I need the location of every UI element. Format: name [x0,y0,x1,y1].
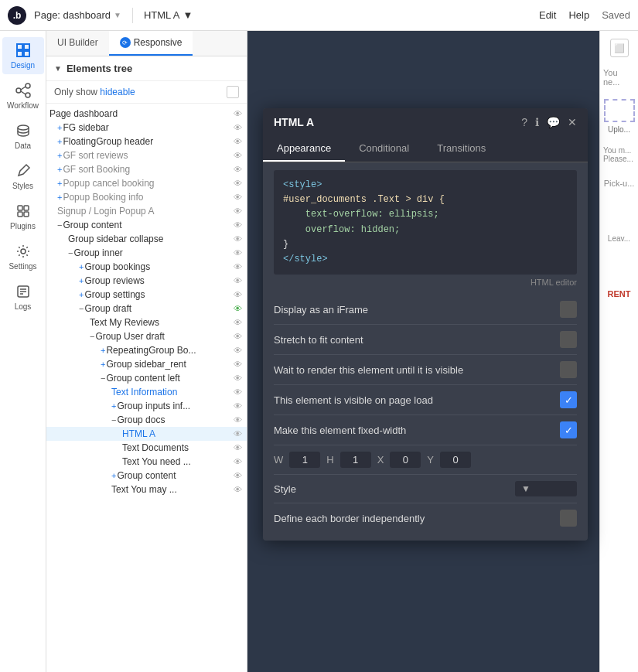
design-label: Design [11,61,35,70]
workflow-icon [15,82,32,99]
border-checkbox[interactable] [560,510,577,527]
y-value[interactable]: 0 [440,452,471,468]
svg-rect-0 [17,44,22,49]
tree-item-floating-group-header[interactable]: + FloatingGroup header 👁 [46,135,247,148]
tree-item-text-my-reviews[interactable]: Text My Reviews 👁 [46,316,247,329]
tab-conditional[interactable]: Conditional [345,136,423,162]
sidebar-item-design[interactable]: Design [2,37,44,74]
visible-page-load-checkbox[interactable]: ✓ [560,391,577,408]
tree-item-text-you-need[interactable]: Text You need ... 👁 [46,455,247,469]
svg-rect-1 [24,44,29,49]
tree-item-group-draft[interactable]: − Group draft 👁 [46,302,247,316]
plus-icon: + [57,165,62,174]
tree-item-fg-sidebar[interactable]: + FG sidebar 👁 [46,121,247,135]
plugins-icon [15,203,32,220]
tree-item-group-user-draft[interactable]: − Group User draft 👁 [46,329,247,343]
group-user-draft-label: Group User draft [95,331,241,342]
tree-item-group-settings[interactable]: + Group settings 👁 [46,288,247,302]
wait-render-checkbox[interactable] [560,361,577,378]
sidebar-item-logs[interactable]: Logs [2,278,44,316]
x-label: X [377,454,384,466]
eye-icon: 👁 [234,234,242,244]
code-line2: #user_documents .Text > div { [283,193,568,207]
page-selector[interactable]: Page: dashboard ▼ [34,9,121,21]
html-selector[interactable]: HTML A ▼ [144,9,531,21]
tree-item-html-a[interactable]: HTML A 👁 [46,427,247,441]
help-link[interactable]: Help [568,9,589,21]
tree-item-gf-sort-booking[interactable]: + GF sort Booking 👁 [46,162,247,176]
edit-link[interactable]: Edit [539,9,556,21]
style-dropdown-arrow: ▼ [521,483,531,494]
svg-point-14 [21,249,26,254]
svg-point-6 [26,93,30,97]
hideable-checkbox[interactable] [227,86,239,98]
tree-item-group-inner[interactable]: − Group inner 👁 [46,246,247,260]
h-value[interactable]: 1 [340,452,371,468]
eye-icon: 👁 [234,374,242,383]
stretch-fit-checkbox[interactable] [560,331,577,348]
page-label: Page: dashboard [34,9,111,21]
tab-ui-builder[interactable]: UI Builder [46,31,109,56]
tree-item-group-reviews[interactable]: + Group reviews 👁 [46,274,247,288]
svg-line-7 [21,87,26,90]
tree-item-group-content[interactable]: − Group content 👁 [46,218,247,232]
tree-item-group-content-2[interactable]: + Group content 👁 [46,469,247,483]
style-label: Style [274,483,515,495]
help-icon[interactable]: ? [521,116,527,128]
text-you-need-label: Text You need ... [122,456,241,467]
tree-item-popup-cancel[interactable]: + Popup cancel booking 👁 [46,176,247,190]
tree-item-group-inputs-inf[interactable]: + Group inputs inf... 👁 [46,399,247,413]
tree-item-signup-login[interactable]: Signup / Login Popup A 👁 [46,204,247,218]
plus-icon: + [101,360,105,369]
responsive-icon: ⟳ [120,37,131,48]
modal-tabs: Appearance Conditional Transitions [263,136,588,162]
x-value[interactable]: 0 [390,452,421,468]
sidebar-item-settings[interactable]: Settings [2,238,44,275]
tab-responsive[interactable]: ⟳ Responsive [109,31,193,56]
row-wait-render: Wait to render this element until it is … [274,355,577,385]
group-inner-label: Group inner [73,247,241,258]
sidebar-item-styles[interactable]: Styles [2,158,44,195]
tree-item-group-sidebar-rent[interactable]: + Group sidebar_rent 👁 [46,357,247,371]
svg-rect-3 [24,51,29,56]
info-icon[interactable]: ℹ [535,116,539,128]
row-stretch-fit: Stretch to fit content [274,325,577,355]
comment-icon[interactable]: 💬 [547,116,560,128]
eye-icon: 👁 [234,193,242,202]
tree-item-repeating-group[interactable]: + RepeatingGroup Bo... 👁 [46,343,247,357]
group-draft-label: Group draft [84,303,241,314]
tree-page-dashboard[interactable]: Page dashboard 👁 [46,107,247,121]
tree-item-group-bookings[interactable]: + Group bookings 👁 [46,260,247,274]
tree-item-popup-booking[interactable]: + Popup Booking info 👁 [46,190,247,204]
minus-icon: − [111,415,116,425]
eye-icon: 👁 [234,471,242,480]
tree-item-text-you-may[interactable]: Text You may ... 👁 [46,483,247,496]
tree-item-group-sidebar-collapse[interactable]: Group sidebar collapse 👁 [46,232,247,246]
row-fixed-width: Make this element fixed-width ✓ [274,415,577,445]
code-block[interactable]: <style> #user_documents .Text > div { te… [274,170,577,275]
tree-item-text-information[interactable]: Text Information 👁 [46,385,247,399]
eye-icon: 👁 [234,401,242,411]
sidebar-item-plugins[interactable]: Plugins [2,198,44,235]
svg-point-9 [18,125,29,130]
upload-area[interactable] [604,99,635,122]
tree-item-group-content-left[interactable]: − Group content left 👁 [46,371,247,385]
close-icon[interactable]: ✕ [568,116,577,128]
content-area: ‹ ⬜ You ne... Uplo... You m... Please...… [247,31,638,672]
tab-transitions[interactable]: Transitions [423,136,500,162]
code-line4: overflow: hidden; [283,223,568,237]
eye-icon: 👁 [234,206,242,216]
text-my-reviews-label: Text My Reviews [90,317,241,328]
tree-item-group-docs[interactable]: − Group docs 👁 [46,413,247,427]
fixed-width-checkbox[interactable]: ✓ [560,421,577,438]
tree-item-text-documents[interactable]: Text Documents 👁 [46,441,247,455]
w-value[interactable]: 1 [289,452,320,468]
sidebar-item-data[interactable]: Data [2,118,44,155]
tab-appearance[interactable]: Appearance [263,136,345,162]
tree-item-gf-sort-reviews[interactable]: + GF sort reviews 👁 [46,148,247,162]
right-panel-hint: ⬜ You ne... Uplo... You m... Please... P… [599,31,638,672]
row-display-iframe: Display as an iFrame [274,295,577,325]
display-iframe-checkbox[interactable] [560,301,577,318]
style-dropdown[interactable]: ▼ [515,481,577,496]
sidebar-item-workflow[interactable]: Workflow [2,77,44,114]
